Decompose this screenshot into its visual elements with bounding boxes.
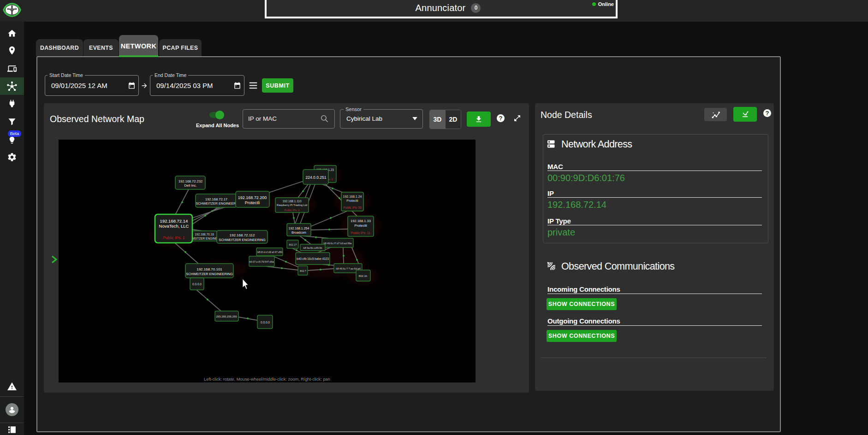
svg-text:802.1?: 802.1? [289,243,297,246]
svg-text:0.0.0.0: 0.0.0.0 [261,321,270,324]
svg-text:192.168.72.17: 192.168.72.17 [205,197,227,201]
svg-text:Public IPs: 55: Public IPs: 55 [343,206,362,209]
svg-text:224.0.0.251: 224.0.0.251 [306,175,327,180]
svg-text:Public IPs: 1: Public IPs: 1 [163,235,185,240]
svg-text:192.168.1.33: 192.168.1.33 [351,219,371,223]
svg-text:NovaTech, LLC: NovaTech, LLC [159,223,189,229]
svg-text:b8:9a:6b:cdf9:9b: b8:9a:6b:cdf9:9b [303,247,322,249]
svg-text:Raspberry Pi Trading Ltd: Raspberry Pi Trading Ltd [277,204,307,206]
svg-text:WEITZER ENGINE: WEITZER ENGINE [191,237,218,240]
svg-text:SCHWEITZER ENGINEERING: SCHWEITZER ENGINEERING [219,238,266,242]
svg-text:Protectli: Protectli [354,223,367,228]
svg-text:192.168.1.254: 192.168.1.254 [289,227,309,230]
svg-text:Broadcom: Broadcom [291,231,306,234]
svg-text:b8:49:6c:? ?:ae:6d:a4: b8:49:6c:? ?:ae:6d:a4 [336,267,360,270]
svg-text:192.168.1.24: 192.168.1.24 [343,195,362,198]
svg-text:b8:49:6c:f7:d7:b3:ad:99a: b8:49:6c:f7:d7:b3:ad:99a [324,242,352,245]
svg-text:Public IPs: 1: Public IPs: 1 [284,209,300,212]
svg-text:802.?: 802.? [300,270,306,272]
svg-text:192.168.72.232: 192.168.72.232 [178,179,202,183]
svg-text:802.1h: 802.1h [359,275,367,277]
svg-text:192.168.72.112: 192.168.72.112 [229,233,255,237]
svg-text:Protectli: Protectli [245,200,260,205]
svg-text:192.168.72.200: 192.168.72.200 [238,195,267,200]
svg-text:192.168.1.110: 192.168.1.110 [282,200,301,203]
svg-text:Dell Inc.: Dell Inc. [184,183,196,188]
svg-text:b40:cfb:16c5:babe:4323: b40:cfb:16c5:babe:4323 [297,257,329,260]
svg-text:0.0.0.0: 0.0.0.0 [192,282,202,286]
svg-text:255.255.255.255: 255.255.255.255 [216,315,237,318]
svg-text:SCHWEITZER ENGINEERI: SCHWEITZER ENGINEERI [196,201,237,206]
svg-text:b6:07:e:t5:79:547:d6a: b6:07:e:t5:79:547:d6a [249,260,274,263]
svg-text:192.168.70.101: 192.168.70.101 [196,267,222,271]
svg-text:b8:0f:d:cf:d9:af:47:d50: b8:0f:d:cf:d9:af:47:d50 [257,251,283,253]
svg-text:Protectli: Protectli [346,199,358,202]
svg-text:192.168.72.14: 192.168.72.14 [160,218,188,223]
svg-text:Public IPs: 11: Public IPs: 11 [351,231,370,235]
svg-text:192.168.70.16: 192.168.70.16 [195,233,214,236]
svg-text:SCHWEITZER ENGINEERING: SCHWEITZER ENGINEERING [186,272,233,276]
